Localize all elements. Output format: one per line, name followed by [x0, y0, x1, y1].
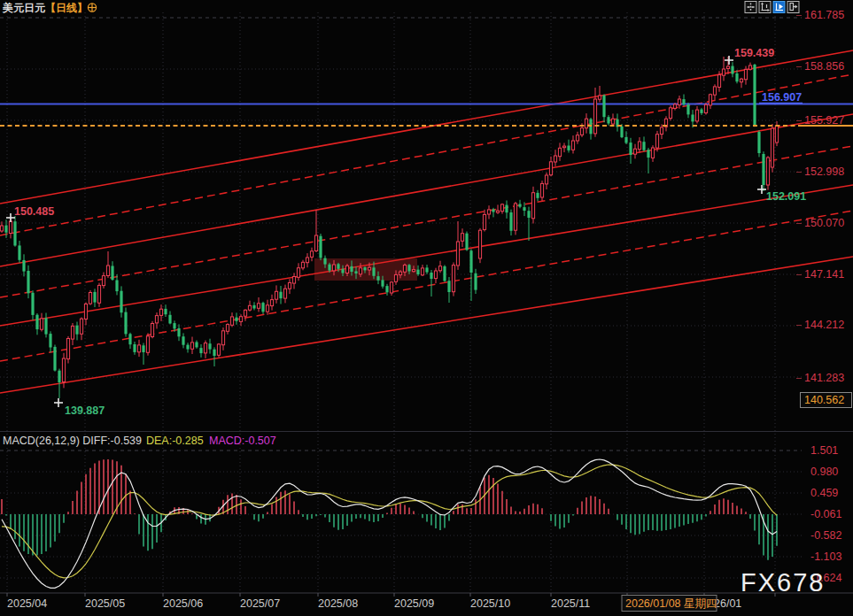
svg-text:140.562: 140.562 — [804, 394, 844, 406]
svg-text:2025/09: 2025/09 — [394, 597, 434, 610]
svg-text:152.091: 152.091 — [766, 190, 806, 203]
svg-text:0.980: 0.980 — [810, 466, 838, 478]
svg-text:26/01: 26/01 — [714, 597, 741, 610]
svg-text:-1.103: -1.103 — [810, 551, 841, 563]
svg-text:2026/01/08 星期四: 2026/01/08 星期四 — [625, 597, 717, 610]
svg-text:161.785: 161.785 — [804, 9, 844, 21]
svg-text:0.459: 0.459 — [810, 487, 838, 499]
svg-text:144.212: 144.212 — [804, 319, 844, 331]
svg-text:141.283: 141.283 — [804, 372, 844, 384]
svg-text:1.501: 1.501 — [810, 444, 838, 457]
svg-text:2025/10: 2025/10 — [470, 597, 510, 610]
svg-text:DEA:-0.285: DEA:-0.285 — [146, 435, 204, 447]
svg-text:【日线】: 【日线】 — [45, 2, 88, 14]
svg-text:2025/08: 2025/08 — [318, 597, 358, 610]
svg-text:FX678: FX678 — [741, 568, 825, 597]
svg-text:-0.061: -0.061 — [810, 508, 841, 520]
svg-text:159.439: 159.439 — [734, 47, 774, 59]
svg-text:MACD(26,12,9) DIFF:-0.539: MACD(26,12,9) DIFF:-0.539 — [3, 435, 142, 447]
svg-text:美元日元: 美元日元 — [2, 2, 45, 14]
svg-text:156.907: 156.907 — [762, 91, 802, 104]
svg-text:139.887: 139.887 — [65, 404, 105, 417]
svg-text:2025/06: 2025/06 — [163, 597, 203, 610]
svg-text:2025/04: 2025/04 — [7, 597, 47, 610]
svg-text:158.856: 158.856 — [804, 60, 844, 73]
svg-text:MACD:-0.507: MACD:-0.507 — [209, 435, 276, 447]
svg-text:155.927: 155.927 — [804, 114, 844, 127]
svg-text:2025/11: 2025/11 — [551, 597, 590, 610]
svg-text:150.485: 150.485 — [14, 205, 54, 218]
svg-text:2025/05: 2025/05 — [85, 597, 125, 610]
svg-text:-0.582: -0.582 — [810, 529, 841, 542]
svg-text:147.141: 147.141 — [804, 268, 844, 281]
svg-text:152.998: 152.998 — [804, 166, 844, 178]
svg-text:2025/07: 2025/07 — [240, 597, 280, 610]
svg-text:150.070: 150.070 — [804, 217, 844, 229]
